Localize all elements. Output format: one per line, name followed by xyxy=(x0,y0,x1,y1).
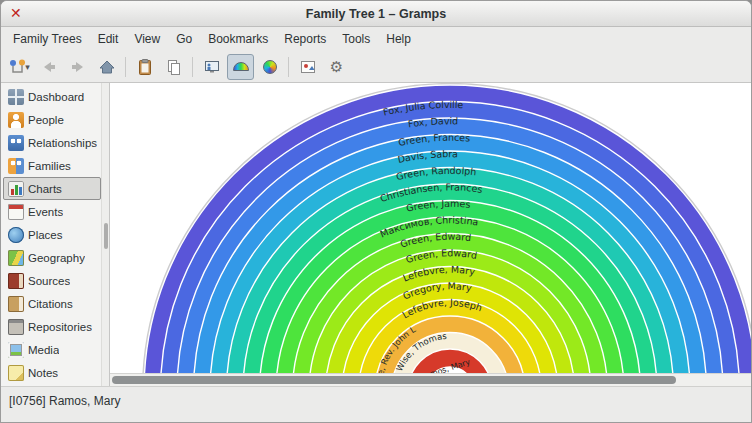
relationships-icon xyxy=(8,135,24,151)
back-icon xyxy=(40,58,58,76)
home-icon xyxy=(98,58,116,76)
menu-reports[interactable]: Reports xyxy=(276,29,334,49)
toolbar-separator xyxy=(192,57,193,77)
menu-edit[interactable]: Edit xyxy=(90,29,127,49)
sidebar-item-dashboard[interactable]: Dashboard xyxy=(3,85,101,108)
window-body: Dashboard People Relationships Families … xyxy=(1,83,751,386)
media-icon xyxy=(8,342,24,358)
home-button[interactable] xyxy=(93,54,120,80)
clipboard-button[interactable] xyxy=(131,54,158,80)
geography-icon xyxy=(8,250,24,266)
chart-area: Wise, ThomasLefebvre, Rev. John LLefebvr… xyxy=(109,83,751,386)
notes-icon xyxy=(8,365,24,381)
back-button[interactable] xyxy=(35,54,62,80)
sidebar-scrollbar[interactable] xyxy=(101,83,109,386)
horizontal-scrollbar[interactable] xyxy=(110,373,751,386)
menu-view[interactable]: View xyxy=(126,29,168,49)
places-icon xyxy=(8,227,24,243)
full-fan-chart-button[interactable] xyxy=(256,54,283,80)
horizontal-scrollbar-thumb[interactable] xyxy=(112,376,676,384)
view-switcher-button[interactable]: ▾ xyxy=(6,54,33,80)
dashboard-icon xyxy=(8,89,24,105)
sidebar-item-citations[interactable]: Citations xyxy=(3,292,101,315)
menu-family-trees[interactable]: Family Trees xyxy=(5,29,90,49)
titlebar: ✕ Family Tree 1 – Gramps xyxy=(1,1,751,27)
families-icon xyxy=(8,158,24,174)
person-view-button[interactable] xyxy=(198,54,225,80)
sidebar-item-relationships[interactable]: Relationships xyxy=(3,131,101,154)
repositories-icon xyxy=(8,319,24,335)
fan-chart[interactable]: Wise, ThomasLefebvre, Rev. John LLefebvr… xyxy=(110,83,751,373)
snapshot-icon xyxy=(299,58,317,76)
copy-icon xyxy=(165,58,183,76)
fan-chart-icon xyxy=(233,62,249,71)
sources-icon xyxy=(8,273,24,289)
sidebar-item-places[interactable]: Places xyxy=(3,223,101,246)
charts-icon xyxy=(8,181,24,197)
clipboard-icon xyxy=(136,58,154,76)
copy-button[interactable] xyxy=(160,54,187,80)
snapshot-button[interactable] xyxy=(294,54,321,80)
window-title: Family Tree 1 – Gramps xyxy=(1,7,751,21)
close-icon[interactable]: ✕ xyxy=(10,5,22,21)
forward-icon xyxy=(69,58,87,76)
sidebar-item-notes[interactable]: Notes xyxy=(3,361,101,384)
sidebar-item-media[interactable]: Media xyxy=(3,338,101,361)
chevron-down-icon: ▾ xyxy=(25,62,30,72)
sidebar-item-events[interactable]: Events xyxy=(3,200,101,223)
settings-button[interactable]: ⚙ xyxy=(323,54,350,80)
fan-chart-button[interactable] xyxy=(227,54,254,80)
gramps-window: ✕ Family Tree 1 – Gramps Family Trees Ed… xyxy=(0,0,752,423)
sidebar-item-sources[interactable]: Sources xyxy=(3,269,101,292)
citations-icon xyxy=(8,296,24,312)
menubar: Family Trees Edit View Go Bookmarks Repo… xyxy=(1,27,751,51)
full-fan-chart-icon xyxy=(263,60,277,74)
toolbar-separator xyxy=(125,57,126,77)
toolbar: ▾ xyxy=(1,51,751,83)
statusbar: [I0756] Ramos, Mary xyxy=(1,386,751,422)
person-view-icon xyxy=(203,58,221,76)
events-icon xyxy=(8,204,24,220)
sidebar-item-geography[interactable]: Geography xyxy=(3,246,101,269)
forward-button[interactable] xyxy=(64,54,91,80)
toolbar-separator xyxy=(288,57,289,77)
menu-help[interactable]: Help xyxy=(378,29,419,49)
menu-bookmarks[interactable]: Bookmarks xyxy=(200,29,276,49)
sidebar-item-families[interactable]: Families xyxy=(3,154,101,177)
menu-go[interactable]: Go xyxy=(168,29,200,49)
sidebar-item-charts[interactable]: Charts xyxy=(3,177,101,200)
sidebar: Dashboard People Relationships Families … xyxy=(1,83,101,386)
settings-icon: ⚙ xyxy=(330,59,343,74)
people-icon xyxy=(8,112,24,128)
menu-tools[interactable]: Tools xyxy=(334,29,378,49)
sidebar-scrollbar-thumb[interactable] xyxy=(104,223,108,249)
sidebar-item-repositories[interactable]: Repositories xyxy=(3,315,101,338)
sidebar-item-people[interactable]: People xyxy=(3,108,101,131)
status-text: [I0756] Ramos, Mary xyxy=(9,394,120,408)
